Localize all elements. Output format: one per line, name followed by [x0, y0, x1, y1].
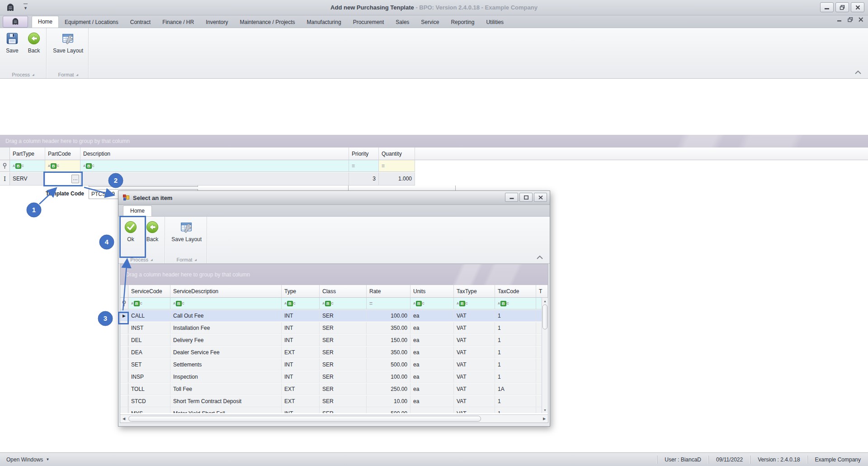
cell-units[interactable]: ea: [410, 383, 454, 395]
cell-servicedescription[interactable]: Call Out Fee: [170, 310, 282, 322]
tab-service[interactable]: Service: [415, 17, 445, 28]
filter-cell-taxcode[interactable]: ABC: [495, 298, 536, 309]
column-header-rate[interactable]: Rate: [367, 285, 410, 298]
back-button[interactable]: Back: [24, 29, 44, 55]
cell-type[interactable]: EXT: [282, 395, 320, 407]
ok-button[interactable]: Ok: [120, 218, 141, 243]
vertical-scrollbar[interactable]: ▲ ▼: [542, 298, 548, 413]
column-header-t[interactable]: T: [536, 285, 548, 298]
tab-inventory[interactable]: Inventory: [200, 17, 234, 28]
column-header-servicedescription[interactable]: ServiceDescription: [170, 285, 282, 298]
cell-class[interactable]: SER: [320, 407, 367, 413]
cell-taxcode[interactable]: 1: [495, 322, 536, 334]
tab-reporting[interactable]: Reporting: [445, 17, 480, 28]
dialog-launcher-icon[interactable]: ◢: [76, 73, 78, 76]
cell-servicedescription[interactable]: Installation Fee: [170, 322, 282, 334]
cell-servicecode[interactable]: DEA: [128, 347, 170, 358]
tab-manufacturing[interactable]: Manufacturing: [301, 17, 347, 28]
tab-utilities[interactable]: Utilities: [480, 17, 509, 28]
cell-parttype[interactable]: SERV: [10, 172, 45, 185]
tab-finance-hr[interactable]: Finance / HR: [156, 17, 200, 28]
dialog-grid-row[interactable]: TOLLToll FeeEXTSER250.00eaVAT1A: [120, 383, 548, 395]
minimize-button[interactable]: [820, 2, 834, 12]
cell-servicecode[interactable]: MYS: [128, 407, 170, 413]
mdi-close-icon[interactable]: [859, 17, 863, 22]
cell-servicedescription[interactable]: Toll Fee: [170, 383, 282, 395]
cell-servicedescription[interactable]: Short Term Contract Deposit: [170, 395, 282, 407]
cell-servicecode[interactable]: TOLL: [128, 383, 170, 395]
cell-quantity[interactable]: 1.000: [379, 172, 415, 185]
dialog-tab-home[interactable]: Home: [123, 205, 152, 216]
cell-units[interactable]: ea: [410, 310, 454, 322]
column-header-description[interactable]: Description: [80, 147, 349, 160]
column-header-taxtype[interactable]: TaxType: [454, 285, 495, 298]
filter-cell-partcode[interactable]: ABC: [45, 160, 80, 172]
cell-taxcode[interactable]: 1: [495, 334, 536, 346]
scroll-down-icon[interactable]: ▼: [542, 407, 548, 413]
filter-cell-class[interactable]: ABC: [320, 298, 367, 309]
dialog-grid-row[interactable]: INSTInstallation FeeINTSER350.00eaVAT1: [120, 322, 548, 334]
cell-taxtype[interactable]: VAT: [454, 347, 495, 358]
filter-cell-units[interactable]: ABC: [410, 298, 454, 309]
cell-priority[interactable]: 3: [349, 172, 379, 185]
cell-units[interactable]: ea: [410, 359, 454, 371]
cell-units[interactable]: ea: [410, 334, 454, 346]
dialog-launcher-icon[interactable]: ◢: [32, 73, 34, 76]
cell-rate[interactable]: 350.00: [367, 347, 410, 358]
save-layout-button[interactable]: Save Layout: [50, 29, 86, 55]
cell-class[interactable]: SER: [320, 310, 367, 322]
filter-cell-parttype[interactable]: ABC: [10, 160, 45, 172]
dialog-grid-row[interactable]: MYSMeter Yield Short FallINTSER500.00VAT…: [120, 407, 548, 413]
save-button[interactable]: Save: [2, 29, 23, 55]
cell-class[interactable]: SER: [320, 334, 367, 346]
filter-cell-rate[interactable]: =: [367, 298, 410, 309]
dialog-launcher-icon[interactable]: ◢: [151, 258, 153, 261]
cell-class[interactable]: SER: [320, 371, 367, 383]
cell-units[interactable]: ea: [410, 322, 454, 334]
cell-type[interactable]: INT: [282, 334, 320, 346]
cell-type[interactable]: INT: [282, 310, 320, 322]
dialog-save-layout-button[interactable]: Save Layout: [168, 218, 205, 243]
cell-units[interactable]: ea: [410, 371, 454, 383]
tab-sales[interactable]: Sales: [390, 17, 415, 28]
cell-rate[interactable]: 500.00: [367, 407, 410, 413]
cell-class[interactable]: SER: [320, 359, 367, 371]
dialog-grid-row[interactable]: INSPInspectionINTSER100.00eaVAT1: [120, 371, 548, 383]
mdi-restore-icon[interactable]: [848, 17, 853, 22]
cell-taxcode[interactable]: 1: [495, 359, 536, 371]
dialog-back-button[interactable]: Back: [142, 218, 163, 243]
filter-cell-priority[interactable]: =: [349, 160, 379, 172]
cell-taxtype[interactable]: VAT: [454, 359, 495, 371]
application-menu-button[interactable]: [3, 16, 28, 28]
cell-rate[interactable]: 100.00: [367, 310, 410, 322]
cell-taxtype[interactable]: VAT: [454, 383, 495, 395]
cell-taxcode[interactable]: 1: [495, 371, 536, 383]
collapse-ribbon-icon[interactable]: [536, 255, 543, 260]
scroll-up-icon[interactable]: ▲: [542, 298, 548, 304]
filter-cell-description[interactable]: ABC: [80, 160, 349, 172]
cell-rate[interactable]: 100.00: [367, 371, 410, 383]
cell-type[interactable]: INT: [282, 359, 320, 371]
column-header-type[interactable]: Type: [282, 285, 320, 298]
cell-class[interactable]: SER: [320, 395, 367, 407]
collapse-ribbon-icon[interactable]: [854, 70, 862, 75]
dialog-grid-row[interactable]: STCDShort Term Contract DepositEXTSER10.…: [120, 395, 548, 407]
cell-servicecode[interactable]: INSP: [128, 371, 170, 383]
cell-class[interactable]: SER: [320, 322, 367, 334]
cell-servicecode[interactable]: SET: [128, 359, 170, 371]
column-header-taxcode[interactable]: TaxCode: [495, 285, 536, 298]
scroll-left-icon[interactable]: ◀: [120, 415, 127, 423]
cell-taxcode[interactable]: 1: [495, 310, 536, 322]
cell-rate[interactable]: 500.00: [367, 359, 410, 371]
cell-units[interactable]: [410, 407, 454, 413]
column-header-partcode[interactable]: PartCode: [45, 147, 80, 160]
dialog-grid-row[interactable]: ▶CALLCall Out FeeINTSER100.00eaVAT1: [120, 309, 548, 322]
cell-servicedescription[interactable]: Inspection: [170, 371, 282, 383]
cell-type[interactable]: EXT: [282, 347, 320, 358]
tab-contract[interactable]: Contract: [124, 17, 156, 28]
cell-type[interactable]: INT: [282, 371, 320, 383]
partcode-lookup-ellipsis-button[interactable]: …: [71, 175, 79, 183]
column-header-servicecode[interactable]: ServiceCode: [128, 285, 170, 298]
cell-class[interactable]: SER: [320, 347, 367, 358]
cell-servicedescription[interactable]: Dealer Service Fee: [170, 347, 282, 358]
